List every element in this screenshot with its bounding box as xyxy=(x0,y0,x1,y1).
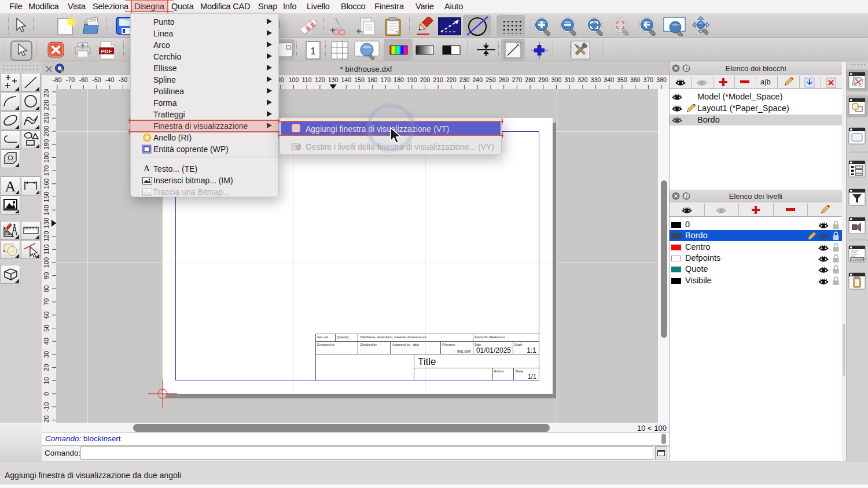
svg-text:170: 170 xyxy=(43,165,50,176)
svg-text:330: 330 xyxy=(591,76,601,83)
svg-text:-30: -30 xyxy=(119,76,127,83)
svg-text:60: 60 xyxy=(43,312,50,319)
svg-text:230: 230 xyxy=(459,76,470,83)
svg-text:290: 290 xyxy=(538,76,549,83)
svg-text:-40: -40 xyxy=(105,76,114,83)
svg-text:360: 360 xyxy=(630,76,641,83)
svg-text:20: 20 xyxy=(43,364,50,371)
svg-text:1: 1 xyxy=(310,46,315,57)
svg-text:130: 130 xyxy=(328,76,339,83)
svg-text:150: 150 xyxy=(43,191,50,202)
svg-text:300: 300 xyxy=(551,76,562,83)
svg-text:140: 140 xyxy=(341,76,352,83)
svg-text:30: 30 xyxy=(43,351,50,358)
svg-text:210: 210 xyxy=(433,76,443,83)
svg-text:70: 70 xyxy=(43,298,50,305)
svg-text:130: 130 xyxy=(43,218,50,228)
svg-text:190: 190 xyxy=(43,139,50,150)
svg-text:220: 220 xyxy=(446,76,457,83)
svg-text:190: 190 xyxy=(407,76,417,83)
svg-text:320: 320 xyxy=(578,76,588,83)
svg-text:PDF: PDF xyxy=(101,48,112,54)
svg-text:250: 250 xyxy=(486,76,496,83)
svg-text:180: 180 xyxy=(393,76,404,83)
svg-text:50: 50 xyxy=(43,324,50,331)
svg-text:40: 40 xyxy=(43,338,50,345)
svg-text:200: 200 xyxy=(420,76,431,83)
svg-text:240: 240 xyxy=(473,76,483,83)
svg-text:90: 90 xyxy=(43,272,50,279)
svg-text:10: 10 xyxy=(43,377,50,384)
svg-text:280: 280 xyxy=(525,76,535,83)
svg-text:-50: -50 xyxy=(92,76,101,83)
svg-text:120: 120 xyxy=(43,231,50,241)
svg-text:80: 80 xyxy=(43,285,50,292)
svg-text:260: 260 xyxy=(499,76,509,83)
svg-text:310: 310 xyxy=(564,76,575,83)
svg-text:150: 150 xyxy=(354,76,365,83)
svg-text:200: 200 xyxy=(43,126,50,136)
svg-text:A: A xyxy=(5,178,16,194)
svg-text:-10: -10 xyxy=(43,402,50,412)
svg-text:-20: -20 xyxy=(43,415,50,423)
svg-text:110: 110 xyxy=(302,76,312,83)
svg-text:160: 160 xyxy=(367,76,378,83)
svg-text:0: 0 xyxy=(43,392,50,395)
svg-text:-60: -60 xyxy=(79,76,88,83)
svg-text:180: 180 xyxy=(43,152,50,162)
svg-text:-70: -70 xyxy=(66,76,75,83)
svg-text:100: 100 xyxy=(289,76,299,83)
svg-text:160: 160 xyxy=(43,179,50,189)
svg-text:270: 270 xyxy=(512,76,523,83)
svg-text:c command: c command xyxy=(851,258,865,261)
svg-text:-80: -80 xyxy=(53,76,61,83)
svg-text:140: 140 xyxy=(43,205,50,215)
svg-text:380: 380 xyxy=(656,76,667,83)
svg-text:210: 210 xyxy=(43,113,50,123)
svg-text:170: 170 xyxy=(381,76,391,83)
svg-text:370: 370 xyxy=(643,76,654,83)
svg-text:350: 350 xyxy=(617,76,627,83)
svg-text:220: 220 xyxy=(43,99,50,110)
svg-text:120: 120 xyxy=(315,76,325,83)
svg-text:340: 340 xyxy=(604,76,615,83)
svg-text:230: 230 xyxy=(43,89,50,97)
svg-text:110: 110 xyxy=(43,245,50,255)
svg-text:100: 100 xyxy=(43,257,50,268)
